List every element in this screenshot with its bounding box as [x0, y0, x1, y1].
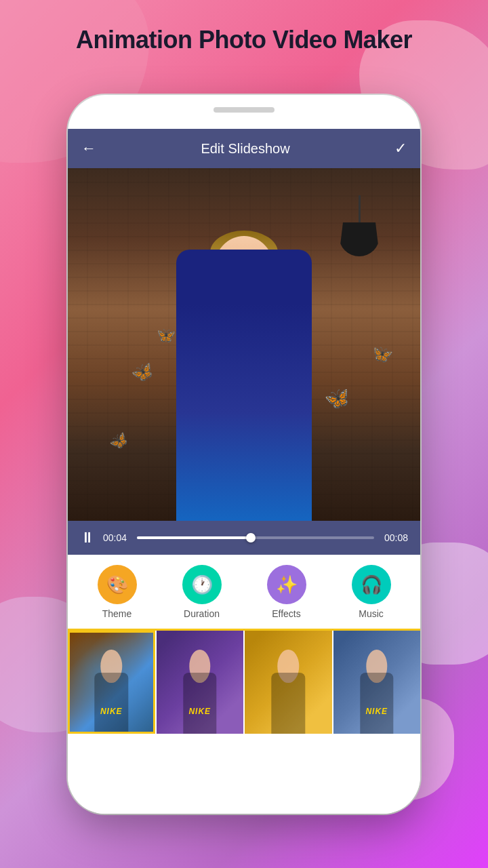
- phone-frame: ← Edit Slideshow ✓ 🦋: [68, 95, 420, 814]
- theme-icon: 🎨: [106, 574, 128, 595]
- pause-button[interactable]: ⏸: [80, 529, 95, 547]
- duration-label: Duration: [184, 608, 220, 619]
- butterfly-3: 🦋: [323, 384, 352, 412]
- theme-icon-circle: 🎨: [98, 565, 137, 604]
- thumb-person-3: [258, 646, 319, 734]
- progress-fill: [137, 536, 251, 539]
- thumb-body-1: [95, 673, 128, 734]
- thumb-nike-4: NIKE: [365, 707, 388, 716]
- tool-effects[interactable]: ✨ Effects: [267, 565, 306, 619]
- playback-bar: ⏸ 00:04 00:08: [68, 521, 420, 555]
- current-time: 00:04: [103, 532, 129, 543]
- thumbnail-4[interactable]: NIKE: [333, 631, 421, 734]
- music-icon-circle: 🎧: [352, 565, 391, 604]
- thumb-body-2: [183, 673, 216, 734]
- lamp-shade: [339, 222, 380, 256]
- header-title: Edit Slideshow: [201, 141, 289, 157]
- thumb-person-4: NIKE: [346, 646, 407, 734]
- effects-label: Effects: [272, 608, 301, 619]
- thumbnail-2[interactable]: NIKE: [157, 631, 245, 734]
- thumb-nike-1: NIKE: [100, 707, 123, 716]
- duration-icon: 🕐: [191, 574, 213, 595]
- progress-thumb[interactable]: [246, 533, 256, 542]
- back-button[interactable]: ←: [81, 140, 96, 157]
- thumbnail-1[interactable]: NIKE: [68, 631, 157, 734]
- theme-label: Theme: [102, 608, 132, 619]
- total-time: 00:08: [382, 532, 408, 543]
- music-icon: 🎧: [361, 574, 382, 595]
- app-title: Animation Photo Video Maker: [0, 26, 488, 54]
- music-label: Music: [359, 608, 384, 619]
- butterfly-4: 🦋: [369, 341, 395, 367]
- tool-duration[interactable]: 🕐 Duration: [182, 565, 222, 619]
- thumb-person-1: NIKE: [81, 646, 142, 734]
- effects-icon: ✨: [276, 574, 298, 595]
- phone-speaker: [214, 107, 274, 113]
- tools-bar: 🎨 Theme 🕐 Duration ✨ Effects 🎧: [68, 555, 420, 629]
- butterfly-5: 🦋: [107, 429, 131, 454]
- duration-icon-circle: 🕐: [182, 565, 222, 604]
- progress-track[interactable]: [137, 536, 374, 539]
- confirm-button[interactable]: ✓: [394, 140, 407, 157]
- video-background: 🦋 🦋 🦋 🦋 🦋: [68, 168, 420, 521]
- lamp-cord: [359, 195, 361, 222]
- thumb-person-2: NIKE: [169, 646, 230, 734]
- tool-theme[interactable]: 🎨 Theme: [98, 565, 137, 619]
- thumb-body-4: [360, 673, 393, 734]
- phone-screen: ← Edit Slideshow ✓ 🦋: [68, 129, 420, 814]
- person-body: [176, 250, 312, 521]
- person-area: [156, 222, 332, 521]
- tool-music[interactable]: 🎧 Music: [352, 565, 391, 619]
- thumb-nike-2: NIKE: [188, 707, 211, 716]
- thumbnail-strip: NIKE NIKE NIKE: [68, 629, 420, 734]
- header-bar: ← Edit Slideshow ✓: [68, 129, 420, 168]
- video-preview: 🦋 🦋 🦋 🦋 🦋: [68, 168, 420, 521]
- thumb-body-3: [272, 673, 305, 734]
- thumbnail-3[interactable]: [245, 631, 333, 734]
- effects-icon-circle: ✨: [267, 565, 306, 604]
- butterfly-1: 🦋: [128, 359, 156, 386]
- lamp-decoration: [339, 195, 380, 250]
